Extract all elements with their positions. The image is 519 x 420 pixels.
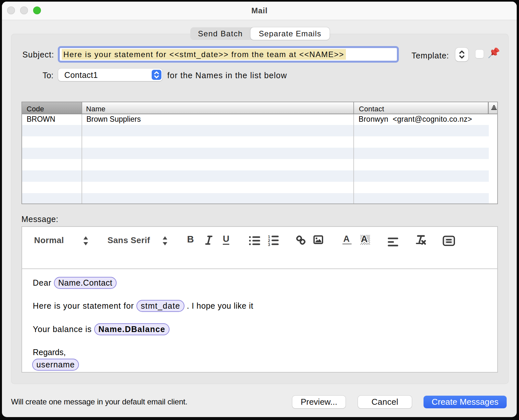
svg-text:3: 3 [268, 242, 270, 247]
